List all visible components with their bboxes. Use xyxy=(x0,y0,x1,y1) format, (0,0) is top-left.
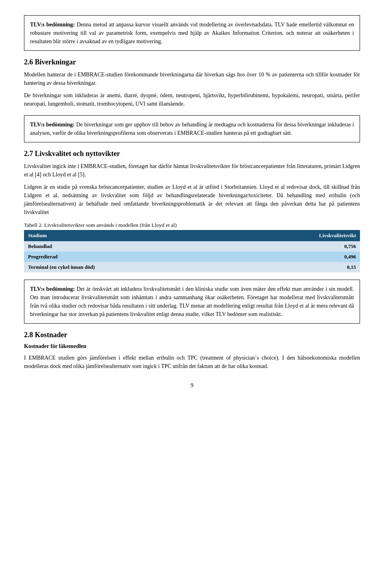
intro-tlv-bold: TLV:s bedömning: xyxy=(30,22,75,28)
section-26-heading: 2.6 Biverkningar xyxy=(24,58,360,66)
section-26-tlv-text: De biverkningar som ger upphov till beho… xyxy=(30,122,354,136)
table-cell-stadium: Terminal (en cykel innan död) xyxy=(24,262,234,272)
intro-tlv-box: TLV:s bedömning: Denna metod att anpassa… xyxy=(24,15,360,51)
table-row: Terminal (en cykel innan död)0,15 xyxy=(24,262,360,272)
page-number: 9 xyxy=(24,382,360,389)
section-28-subheading: Kostnader för läkemedlen xyxy=(24,343,360,350)
table-wrapper: Tabell 2. Livskvalitetsvikter som använd… xyxy=(24,222,360,272)
section-26-tlv-bold: TLV:s bedömning: xyxy=(30,122,75,128)
section-27-tlv-text: Det är önskvärt att inkludera livskvalit… xyxy=(30,286,354,317)
table-cell-stadium: Behandlad xyxy=(24,241,234,252)
table-header-vikt: Livskvalitetsvikt xyxy=(234,230,360,241)
section-26-para1b: De biverkningar som inkluderas är anemi,… xyxy=(24,91,360,108)
table-cell-vikt: 0,756 xyxy=(234,241,360,252)
section-28-para1: I EMBRACE studien görs jämförelsen i eff… xyxy=(24,354,360,370)
section-27-heading: 2.7 Livskvalitet och nyttovikter xyxy=(24,150,360,158)
table-cell-stadium: Progredierad xyxy=(24,252,234,262)
section-27-tlv-box: TLV:s bedömning: Det är önskvärt att ink… xyxy=(24,280,360,324)
section-27-tlv-bold: TLV:s bedömning: xyxy=(30,286,75,292)
table-header-stadium: Stadium xyxy=(24,230,234,241)
table-caption: Tabell 2. Livskvalitetsvikter som använd… xyxy=(24,222,360,228)
table-row: Behandlad0,756 xyxy=(24,241,360,252)
section-28-heading: 2.8 Kostnader xyxy=(24,331,360,339)
table-cell-vikt: 0,15 xyxy=(234,262,360,272)
livskvalitet-table: Stadium Livskvalitetsvikt Behandlad0,756… xyxy=(24,230,360,272)
table-row: Progredierad0,496 xyxy=(24,252,360,262)
section-27-para2: Lidgren är en studie på svenska bröstcan… xyxy=(24,183,360,216)
section-27-para1: Livskvalitet ingick inte i EMBRACE-studi… xyxy=(24,162,360,179)
table-cell-vikt: 0,496 xyxy=(234,252,360,262)
page-content: TLV:s bedömning: Denna metod att anpassa… xyxy=(24,15,360,389)
section-26-para1a: Modellen hanterar de i EMBRACE-studien f… xyxy=(24,70,360,87)
intro-tlv-text: Denna metod att anpassa kurvor visuellt … xyxy=(30,22,354,44)
section-26-tlv-box: TLV:s bedömning: De biverkningar som ger… xyxy=(24,115,360,142)
